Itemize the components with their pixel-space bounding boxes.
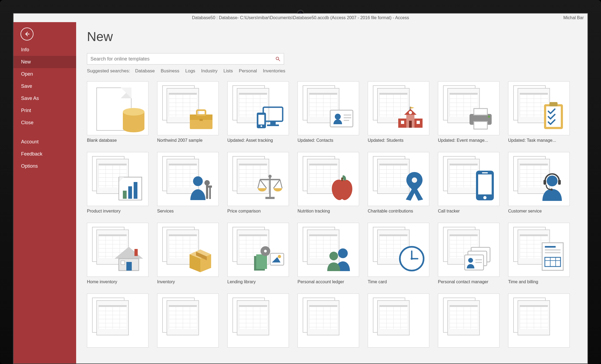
template-label: Customer service [508,209,570,214]
template-card-inventory[interactable]: Inventory [157,223,219,284]
svg-rect-19 [417,121,420,124]
sidebar-item-feedback[interactable]: Feedback [13,148,76,160]
template-card-time-billing[interactable]: Time and billing [508,223,570,284]
svg-rect-40 [206,183,208,199]
template-thumb [157,152,219,206]
svg-rect-93 [545,249,561,251]
template-label: Charitable contributions [368,209,429,214]
template-thumb [298,152,359,206]
svg-rect-42 [209,187,211,199]
sidebar-item-account[interactable]: Account [13,136,76,148]
svg-rect-8 [267,124,279,126]
spreadsheet-icon [303,298,343,338]
spreadsheet-icon [513,298,554,338]
sidebar-item-close[interactable]: Close [13,117,76,129]
svg-rect-35 [123,191,127,199]
template-thumb [227,152,289,206]
template-thumb [368,152,429,206]
template-label: Price comparison [227,209,289,214]
suggested-link-inventories[interactable]: Inventories [263,68,285,73]
suggested-link-industry[interactable]: Industry [201,68,217,73]
template-thumb [508,223,570,277]
svg-point-13 [335,114,341,120]
template-label: Call tracker [438,209,499,214]
template-search-box[interactable] [87,53,284,65]
suggested-searches: Suggested searches: DatabaseBusinessLogs… [87,68,577,74]
back-button[interactable] [21,28,33,41]
template-card-blank[interactable]: Blank database [87,81,148,143]
template-label: Lending library [227,279,289,284]
svg-rect-4 [197,110,205,115]
template-card-cust-service[interactable]: Customer service [508,152,570,214]
template-label: Home inventory [87,279,148,284]
signed-in-user: Michal Bar [563,15,584,20]
template-card-row4c[interactable] [227,294,289,350]
svg-point-80 [329,252,338,260]
svg-marker-24 [410,107,414,109]
template-card-event-mgmt[interactable]: Updated: Event manage... [438,81,499,143]
svg-rect-37 [134,182,137,199]
template-thumb [298,294,359,348]
sidebar-item-info[interactable]: Info [13,44,76,56]
suggested-link-database[interactable]: Database [135,68,155,73]
sidebar-item-save-as[interactable]: Save As [13,92,76,105]
template-card-ledger[interactable]: Personal account ledger [298,223,359,284]
template-card-time-card[interactable]: Time card [368,223,429,284]
suggested-link-lists[interactable]: Lists [224,68,233,73]
template-card-product-inv[interactable]: Product inventory [87,152,148,214]
clock-icon [398,245,425,273]
sidebar-item-options[interactable]: Options [13,160,76,172]
template-card-row4d[interactable] [298,294,359,350]
template-card-contact-mgr[interactable]: Personal contact manager [438,223,499,284]
template-card-services[interactable]: Services [157,152,219,214]
svg-point-75 [264,250,267,252]
svg-rect-14 [344,114,351,116]
svg-rect-7 [270,121,276,124]
headset-person-icon [539,172,566,203]
template-card-row4e[interactable] [368,294,429,350]
svg-rect-5 [200,119,203,121]
template-card-row4b[interactable] [157,294,219,350]
template-card-price-compare[interactable]: Price comparison [227,152,289,214]
database-cylinder-icon [123,108,144,132]
template-card-row4g[interactable] [508,294,570,350]
sidebar-item-new[interactable]: New [13,56,76,68]
template-thumb [157,223,219,277]
template-thumb [87,223,148,277]
svg-rect-92 [545,246,556,248]
template-thumb [298,81,359,135]
template-thumb [508,81,570,135]
template-card-asset-tracking[interactable]: Updated: Asset tracking [227,81,289,143]
template-card-lending-lib[interactable]: Lending library [227,223,289,284]
svg-rect-60 [543,180,546,185]
svg-rect-10 [258,115,264,124]
template-card-row4a[interactable] [87,294,148,350]
svg-point-84 [411,258,413,260]
template-card-nutrition[interactable]: Nutrition tracking [298,152,359,214]
suggested-link-business[interactable]: Business [161,68,179,73]
template-thumb [438,81,499,135]
suggested-link-logs[interactable]: Logs [185,68,195,73]
search-icon[interactable] [275,56,281,62]
sidebar-item-save[interactable]: Save [13,80,76,92]
template-card-charity[interactable]: Charitable contributions [368,152,429,214]
spreadsheet-icon [443,298,484,338]
search-input[interactable] [90,56,275,62]
svg-rect-66 [134,249,138,256]
template-card-row4f[interactable] [438,294,499,350]
svg-point-11 [261,125,262,127]
suggested-link-personal[interactable]: Personal [239,68,257,73]
template-label: Updated: Contacts [298,138,359,143]
svg-rect-6 [263,107,283,121]
sidebar-item-print[interactable]: Print [13,105,76,117]
template-card-northwind[interactable]: Northwind 2007 sample [157,81,219,143]
template-card-call-tracker[interactable]: Call tracker [438,152,499,214]
template-card-task-mgmt[interactable]: Updated: Task manage... [508,81,570,143]
template-card-home-inv[interactable]: Home inventory [87,223,148,284]
page-title: New [87,29,577,44]
svg-rect-22 [409,121,412,128]
template-card-contacts[interactable]: Updated: Contacts [298,81,359,143]
svg-marker-63 [114,247,143,259]
template-card-students[interactable]: Updated: Students [368,81,429,143]
sidebar-item-open[interactable]: Open [13,68,76,80]
